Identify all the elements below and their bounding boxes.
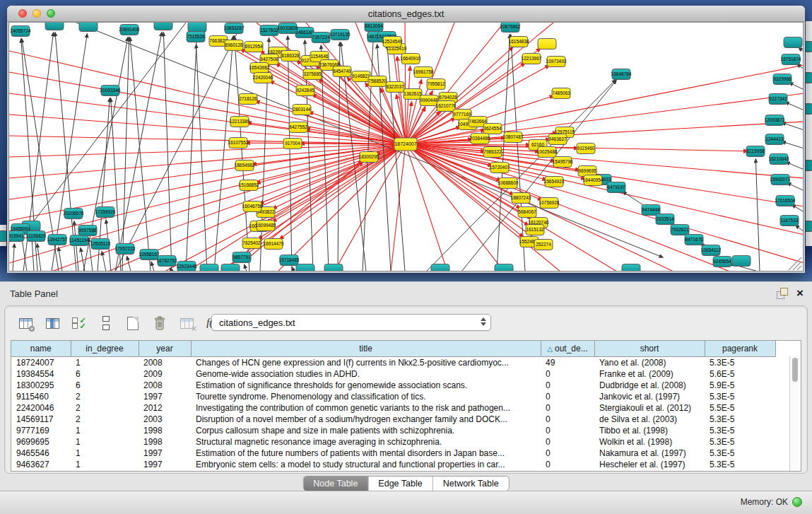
graph-node[interactable] xyxy=(70,235,88,246)
graph-node[interactable] xyxy=(386,82,404,93)
graph-node[interactable] xyxy=(221,264,240,272)
graph-node[interactable] xyxy=(765,134,784,145)
graph-node[interactable] xyxy=(526,225,544,235)
table-row[interactable]: 946362711997Embryonic stem cells: a mode… xyxy=(11,459,775,470)
graph-node[interactable] xyxy=(120,25,139,35)
network-window-titlebar[interactable]: citations_edges.txt xyxy=(7,6,805,22)
graph-node[interactable] xyxy=(782,54,800,65)
graph-node[interactable] xyxy=(495,264,513,272)
graph-node[interactable] xyxy=(48,235,66,245)
graph-node[interactable] xyxy=(158,256,176,267)
graph-node[interactable] xyxy=(283,139,302,149)
graph-node[interactable] xyxy=(607,182,625,193)
graph-node[interactable] xyxy=(230,117,249,127)
table-row[interactable]: 1938455462009Genome-wide association stu… xyxy=(11,368,775,380)
table-row[interactable]: 946554611997Estimation of the future num… xyxy=(11,448,775,459)
graph-node[interactable] xyxy=(240,180,258,191)
graph-node[interactable] xyxy=(732,256,751,267)
float-panel-icon[interactable] xyxy=(777,288,788,299)
graph-node[interactable] xyxy=(91,239,110,250)
graph-node[interactable] xyxy=(483,147,502,158)
row-height-button[interactable] xyxy=(95,314,117,332)
column-visibility-button[interactable] xyxy=(42,314,63,332)
graph-node[interactable] xyxy=(612,69,630,80)
select-all-button[interactable]: ✓ ✓ xyxy=(69,314,90,332)
graph-node[interactable] xyxy=(780,216,799,226)
graph-node[interactable] xyxy=(713,257,731,267)
graph-node[interactable] xyxy=(331,30,349,40)
graph-node[interactable] xyxy=(140,250,158,260)
table-row[interactable]: 1872400712008Changes of HCN gene express… xyxy=(11,357,775,369)
table-row[interactable]: 977716911998Corpus callosum shape and si… xyxy=(11,425,775,436)
graph-node[interactable] xyxy=(577,144,595,154)
graph-node[interactable] xyxy=(250,63,269,74)
table-row[interactable]: 969969511998Structural magnetic resonanc… xyxy=(11,436,775,448)
graph-node[interactable] xyxy=(656,214,674,225)
graph-node[interactable] xyxy=(770,154,788,165)
column-header-name[interactable]: name xyxy=(11,341,71,357)
graph-node[interactable] xyxy=(225,23,243,34)
graph-node[interactable] xyxy=(324,264,343,272)
graph-node[interactable] xyxy=(685,235,703,245)
graph-hub-node[interactable] xyxy=(394,138,417,151)
graph-node[interactable] xyxy=(27,231,45,242)
graph-node[interactable] xyxy=(45,23,64,30)
graph-node[interactable] xyxy=(437,101,455,112)
graph-node[interactable] xyxy=(538,147,556,158)
graph-node[interactable] xyxy=(504,132,522,143)
graph-node[interactable] xyxy=(116,244,134,255)
graph-node[interactable] xyxy=(64,209,83,219)
network-table-select[interactable]: citations_edges.txt xyxy=(211,314,491,331)
graph-node[interactable] xyxy=(776,196,794,206)
graph-node[interactable] xyxy=(512,193,530,204)
graph-node[interactable] xyxy=(278,23,297,34)
graph-node[interactable] xyxy=(483,124,502,134)
graph-node[interactable] xyxy=(499,178,517,189)
graph-node[interactable] xyxy=(280,255,298,266)
graph-node[interactable] xyxy=(289,122,307,133)
tab-node-table[interactable]: Node Table xyxy=(303,477,368,491)
graph-node[interactable] xyxy=(11,26,30,37)
column-header-pagerank[interactable]: pagerank xyxy=(705,341,775,357)
graph-node[interactable] xyxy=(471,134,489,144)
graph-node[interactable] xyxy=(671,225,689,235)
graph-node[interactable] xyxy=(518,207,536,218)
memory-status[interactable]: Memory: OK xyxy=(741,497,802,507)
graph-node[interactable] xyxy=(404,89,422,100)
graph-node[interactable] xyxy=(296,264,314,272)
graph-node[interactable] xyxy=(333,66,351,77)
graph-node[interactable] xyxy=(79,23,98,32)
graph-node[interactable] xyxy=(522,54,541,64)
graph-node[interactable] xyxy=(771,175,789,185)
graph-node[interactable] xyxy=(545,177,563,187)
graph-node[interactable] xyxy=(368,76,387,87)
graph-node[interactable] xyxy=(187,32,205,42)
column-header-short[interactable]: short xyxy=(594,341,705,357)
graph-node[interactable] xyxy=(281,51,300,62)
vertical-scrollbar[interactable] xyxy=(789,356,801,471)
delete-column-button[interactable] xyxy=(149,314,170,332)
graph-node[interactable] xyxy=(154,23,172,30)
close-panel-icon[interactable]: × xyxy=(796,288,804,299)
graph-node[interactable] xyxy=(765,115,784,126)
graph-node[interactable] xyxy=(9,231,24,242)
graph-node[interactable] xyxy=(296,86,314,96)
graph-node[interactable] xyxy=(702,245,720,256)
graph-node[interactable] xyxy=(245,42,263,52)
graph-node[interactable] xyxy=(490,163,509,173)
graph-node[interactable] xyxy=(383,37,401,47)
column-header-title[interactable]: title xyxy=(191,341,541,357)
graph-node[interactable] xyxy=(257,221,275,231)
graph-node[interactable] xyxy=(254,73,272,83)
graph-node[interactable] xyxy=(229,138,247,148)
graph-node[interactable] xyxy=(622,264,640,272)
graph-node[interactable] xyxy=(431,264,449,272)
column-header-out_de[interactable]: △out_de... xyxy=(541,341,594,357)
graph-node[interactable] xyxy=(553,157,572,168)
graph-node[interactable] xyxy=(510,37,528,47)
graph-node[interactable] xyxy=(243,201,261,212)
graph-node[interactable] xyxy=(188,23,206,33)
graph-node[interactable] xyxy=(552,88,570,99)
graph-node[interactable] xyxy=(225,40,243,51)
column-header-year[interactable]: year xyxy=(139,341,191,357)
